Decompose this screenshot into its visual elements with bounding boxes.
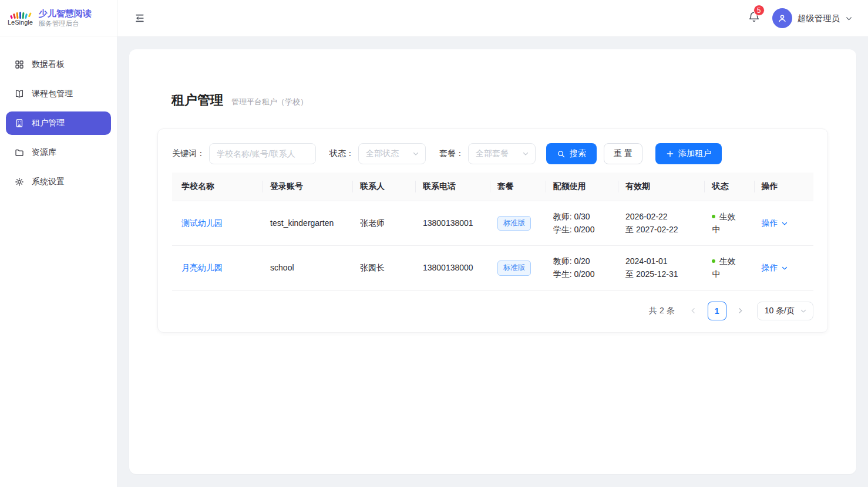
chevron-down-icon	[781, 220, 788, 227]
search-button[interactable]: 搜索	[546, 143, 597, 164]
sidebar: LeSingle 少儿智慧阅读 服务管理后台 数据看板 课程包管理 租户管理	[0, 0, 117, 487]
sidebar-item-dashboard[interactable]: 数据看板	[6, 53, 111, 76]
pagination-next-button[interactable]	[732, 303, 749, 319]
chevron-right-icon	[736, 307, 744, 314]
plan-select-value: 全部套餐	[476, 148, 509, 159]
filter-bar: 关键词： 状态： 全部状态 套餐： 全部套餐	[172, 143, 813, 164]
chevron-down-icon	[412, 150, 419, 157]
column-header-validity: 有效期	[618, 173, 705, 201]
page-size-select[interactable]: 10 条/页	[757, 302, 813, 320]
plan-tag: 标准版	[497, 216, 531, 231]
contact-cell: 张园长	[353, 246, 416, 290]
chevron-down-icon	[781, 265, 788, 272]
account-cell: test_kindergarten	[263, 201, 353, 246]
column-header-plan: 套餐	[490, 173, 546, 201]
column-header-status: 状态	[705, 173, 754, 201]
content-area: 租户管理 管理平台租户（学校） 关键词： 状态： 全部状态	[117, 37, 868, 487]
app-window: LeSingle 少儿智慧阅读 服务管理后台 数据看板 课程包管理 租户管理	[0, 0, 868, 487]
contact-cell: 张老师	[353, 201, 416, 246]
column-header-school: 学校名称	[172, 173, 263, 201]
search-icon	[557, 150, 566, 158]
table-header: 学校名称 登录账号 联系人 联系电话 套餐 配额使用 有效期 状态 操作	[172, 173, 813, 201]
brand-title: 少儿智慧阅读	[39, 8, 92, 19]
sidebar-item-label: 系统设置	[32, 177, 65, 187]
valid-to: 至 2027-02-22	[625, 224, 698, 236]
status-label: 状态：	[329, 148, 354, 159]
table-row: 月亮幼儿园 school 张园长 13800138000 标准版 教师: 0/2…	[172, 246, 813, 290]
sidebar-item-course-packages[interactable]: 课程包管理	[6, 82, 111, 106]
topbar: 5 超级管理员	[117, 0, 868, 37]
tenant-table: 学校名称 登录账号 联系人 联系电话 套餐 配额使用 有效期 状态 操作	[172, 173, 813, 291]
reset-button[interactable]: 重 置	[604, 143, 642, 164]
pagination-page-1[interactable]: 1	[708, 302, 726, 320]
sidebar-item-settings[interactable]: 系统设置	[6, 170, 111, 194]
keyword-input[interactable]	[209, 143, 316, 164]
page-title: 租户管理	[171, 92, 223, 109]
add-tenant-button-label: 添加租户	[678, 148, 711, 159]
table-row: 测试幼儿园 test_kindergarten 张老师 13800138001 …	[172, 201, 813, 246]
status-cell: 生效中	[705, 246, 754, 290]
reset-button-label: 重 置	[614, 148, 633, 159]
folder-icon	[14, 147, 25, 158]
page-head: 租户管理 管理平台租户（学校）	[171, 92, 828, 109]
sidebar-item-label: 数据看板	[32, 59, 65, 70]
column-header-phone: 联系电话	[416, 173, 490, 201]
school-name-link[interactable]: 测试幼儿园	[181, 218, 223, 228]
book-icon	[14, 89, 25, 99]
phone-cell: 13800138000	[416, 246, 490, 290]
sidebar-item-resources[interactable]: 资源库	[6, 141, 111, 164]
column-header-contact: 联系人	[353, 173, 416, 201]
validity-cell: 2024-01-01 至 2025-12-31	[618, 246, 705, 290]
main-area: 5 超级管理员 租户管理 管理平台租户（学校）	[117, 0, 868, 487]
dashboard-icon	[14, 59, 25, 70]
sidebar-item-label: 课程包管理	[32, 89, 73, 99]
quota-student: 学生: 0/200	[553, 268, 611, 281]
user-name: 超级管理员	[798, 13, 840, 24]
status-text: 生效中	[712, 212, 735, 234]
quota-cell: 教师: 0/20 学生: 0/200	[546, 246, 618, 290]
page-size-value: 10 条/页	[765, 306, 795, 316]
logo-rainbow-icon	[11, 10, 30, 19]
row-actions-label: 操作	[762, 262, 778, 275]
quota-teacher: 教师: 0/30	[553, 211, 611, 224]
chevron-down-icon	[800, 307, 807, 314]
avatar	[772, 8, 792, 28]
pagination-total: 共 2 条	[649, 306, 675, 316]
status-select[interactable]: 全部状态	[358, 143, 426, 164]
chevron-down-icon	[522, 150, 529, 157]
table-panel: 关键词： 状态： 全部状态 套餐： 全部套餐	[157, 128, 828, 333]
quota-teacher: 教师: 0/20	[553, 255, 611, 268]
brand-logo: LeSingle	[8, 10, 33, 26]
chevron-down-icon	[845, 15, 853, 22]
plus-icon	[666, 150, 674, 158]
content-card: 租户管理 管理平台租户（学校） 关键词： 状态： 全部状态	[129, 49, 856, 474]
add-tenant-button[interactable]: 添加租户	[655, 143, 722, 164]
sidebar-item-label: 资源库	[32, 147, 56, 158]
keyword-label: 关键词：	[172, 148, 205, 159]
validity-cell: 2026-02-22 至 2027-02-22	[618, 201, 705, 246]
sidebar-item-tenants[interactable]: 租户管理	[6, 111, 111, 135]
notification-badge: 5	[753, 5, 765, 16]
phone-cell: 13800138001	[416, 201, 490, 246]
pagination: 共 2 条 1 10 条/页	[172, 302, 813, 320]
gear-icon	[14, 177, 25, 187]
account-cell: school	[263, 246, 353, 290]
status-select-value: 全部状态	[366, 148, 399, 159]
pagination-prev-button[interactable]	[685, 303, 702, 319]
brand-subtitle: 服务管理后台	[39, 19, 92, 28]
collapse-sidebar-button[interactable]	[132, 10, 148, 26]
row-actions-dropdown[interactable]: 操作	[762, 262, 788, 275]
status-text: 生效中	[712, 256, 735, 279]
row-actions-dropdown[interactable]: 操作	[762, 217, 788, 230]
school-name-link[interactable]: 月亮幼儿园	[181, 263, 223, 272]
valid-to: 至 2025-12-31	[625, 268, 698, 281]
sidebar-item-label: 租户管理	[32, 118, 65, 128]
status-dot-icon	[712, 259, 715, 263]
valid-from: 2026-02-22	[625, 211, 698, 224]
plan-label: 套餐：	[439, 148, 464, 159]
user-menu[interactable]: 超级管理员	[772, 8, 853, 28]
status-cell: 生效中	[705, 201, 754, 246]
plan-select[interactable]: 全部套餐	[468, 143, 536, 164]
notifications-button[interactable]: 5	[745, 8, 763, 28]
search-button-label: 搜索	[570, 148, 586, 159]
